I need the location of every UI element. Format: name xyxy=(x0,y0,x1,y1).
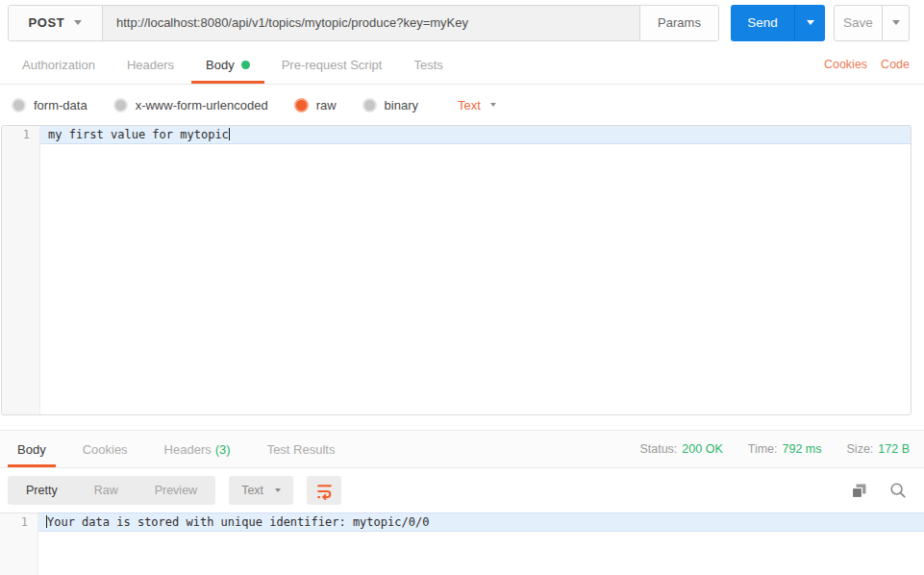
code-area[interactable]: Your data is stored with unique identifi… xyxy=(38,513,924,575)
mode-label: x-www-form-urlencoded xyxy=(136,98,268,112)
tab-headers[interactable]: Headers xyxy=(112,45,188,84)
response-status-bar: Status: 200 OK Time: 792 ms Size: 172 B xyxy=(639,431,910,467)
request-links: Cookies Code xyxy=(824,45,910,84)
radio-selected-icon xyxy=(294,98,309,112)
save-button-group: Save xyxy=(834,5,910,41)
radio-icon xyxy=(362,98,377,112)
send-button[interactable]: Send xyxy=(731,5,794,41)
spacer xyxy=(461,45,824,84)
radio-icon xyxy=(12,98,26,112)
tab-label: Pre-request Script xyxy=(282,58,383,72)
tab-label: Body xyxy=(206,58,235,72)
mode-label: binary xyxy=(385,98,418,112)
response-body-editor[interactable]: 1 Your data is stored with unique identi… xyxy=(0,512,924,575)
status-code: Status: 200 OK xyxy=(639,442,722,456)
search-icon xyxy=(889,482,907,499)
view-pretty-button[interactable]: Pretty xyxy=(8,476,76,505)
params-button[interactable]: Params xyxy=(639,6,718,40)
tab-tests[interactable]: Tests xyxy=(399,45,457,84)
raw-format-dropdown[interactable]: Text xyxy=(458,98,496,112)
time-label: Time: xyxy=(748,442,778,456)
radio-icon xyxy=(113,98,128,112)
line-number: 1 xyxy=(0,513,28,531)
response-toolbar: Pretty Raw Preview Text xyxy=(0,468,924,512)
url-group: POST http://localhost:8080/api/v1/topics… xyxy=(8,5,719,41)
search-response-button[interactable] xyxy=(889,482,907,499)
request-bar: POST http://localhost:8080/api/v1/topics… xyxy=(0,0,924,45)
copy-icon xyxy=(850,482,868,500)
method-dropdown[interactable]: POST xyxy=(9,6,103,40)
code-link[interactable]: Code xyxy=(881,58,910,71)
chevron-down-icon xyxy=(275,488,281,492)
copy-response-button[interactable] xyxy=(850,482,868,500)
send-options-button[interactable] xyxy=(794,5,825,41)
tab-label: Headers xyxy=(164,442,212,457)
mode-raw[interactable]: raw xyxy=(294,98,337,112)
send-button-group: Send xyxy=(731,5,825,41)
response-time: Time: 792 ms xyxy=(748,442,822,456)
mode-label: raw xyxy=(316,98,337,112)
save-button[interactable]: Save xyxy=(835,6,882,40)
text-cursor xyxy=(229,128,230,140)
tab-label: Cookies xyxy=(83,442,128,457)
chevron-down-icon xyxy=(892,20,900,25)
chevron-down-icon xyxy=(74,20,82,25)
line-number-gutter: 1 xyxy=(2,126,40,414)
tab-label: Test Results xyxy=(267,442,336,457)
status-label: Status: xyxy=(639,442,677,456)
tab-label: Authorization xyxy=(22,58,95,72)
code-line: Your data is stored with unique identifi… xyxy=(38,513,924,531)
format-label: Text xyxy=(241,484,263,497)
wrap-text-button[interactable] xyxy=(307,476,341,505)
size-value: 172 B xyxy=(878,442,910,456)
request-tabs: Authorization Headers Body Pre-request S… xyxy=(0,45,924,85)
status-value: 200 OK xyxy=(682,442,722,456)
body-status-dot-icon xyxy=(241,61,250,69)
view-preview-button[interactable]: Preview xyxy=(137,476,215,505)
tab-label: Tests xyxy=(413,58,442,72)
format-label: Text xyxy=(458,98,481,112)
cookies-link[interactable]: Cookies xyxy=(824,58,867,71)
time-value: 792 ms xyxy=(783,442,822,456)
spacer xyxy=(0,415,924,430)
tab-body[interactable]: Body xyxy=(191,45,264,84)
mode-binary[interactable]: binary xyxy=(362,98,418,112)
tab-label: Headers xyxy=(127,58,174,72)
body-mode-selector: form-data x-www-form-urlencoded raw bina… xyxy=(0,85,924,125)
chevron-down-icon xyxy=(807,20,814,25)
view-mode-group: Pretty Raw Preview xyxy=(8,476,215,505)
mode-form-data[interactable]: form-data xyxy=(12,98,87,112)
mode-x-www-form-urlencoded[interactable]: x-www-form-urlencoded xyxy=(113,98,268,112)
code-area[interactable]: my first value for mytopic xyxy=(40,126,911,414)
response-format-dropdown[interactable]: Text xyxy=(229,476,293,505)
url-input[interactable]: http://localhost:8080/api/v1/topics/myto… xyxy=(103,6,639,40)
code-line: my first value for mytopic xyxy=(40,126,911,143)
response-tab-body[interactable]: Body xyxy=(8,431,56,467)
tab-label: Body xyxy=(17,442,46,457)
method-label: POST xyxy=(29,15,65,30)
save-options-button[interactable] xyxy=(882,6,909,40)
tab-pre-request-script[interactable]: Pre-request Script xyxy=(267,45,397,84)
view-raw-button[interactable]: Raw xyxy=(76,476,137,505)
response-header: Body Cookies Headers (3) Test Results St… xyxy=(0,430,924,468)
response-tab-headers[interactable]: Headers (3) xyxy=(155,431,240,467)
headers-count-badge: (3) xyxy=(215,442,231,457)
response-size: Size: 172 B xyxy=(847,442,910,456)
text-wrap-icon xyxy=(315,482,334,500)
chevron-down-icon xyxy=(490,103,496,107)
line-number-gutter: 1 xyxy=(0,513,38,575)
size-label: Size: xyxy=(847,442,874,456)
response-tab-cookies[interactable]: Cookies xyxy=(73,431,137,467)
line-number: 1 xyxy=(2,126,30,143)
tab-authorization[interactable]: Authorization xyxy=(8,45,110,84)
response-tab-test-results[interactable]: Test Results xyxy=(258,431,345,467)
request-body-editor[interactable]: 1 my first value for mytopic xyxy=(1,125,912,415)
mode-label: form-data xyxy=(34,98,87,112)
